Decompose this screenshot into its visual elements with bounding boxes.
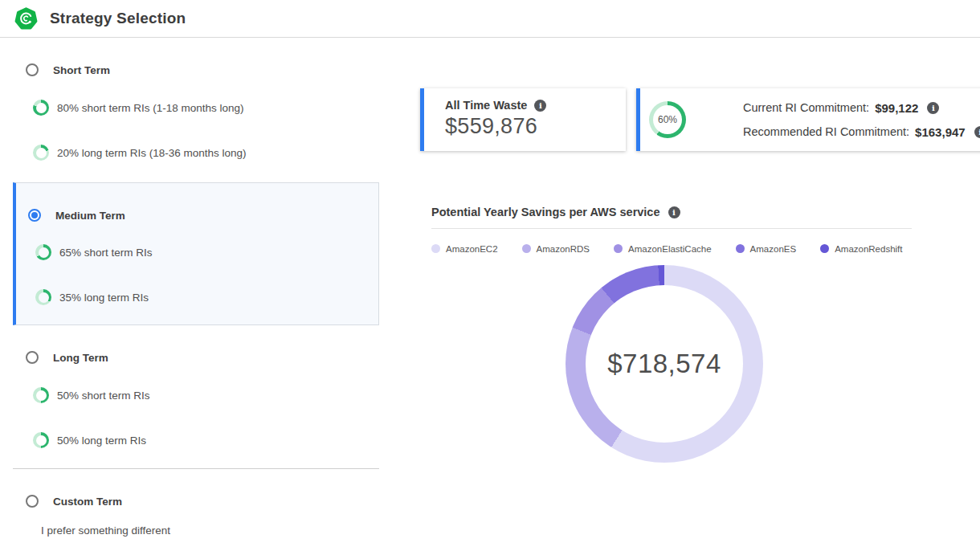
commitment-percent-label: 60% xyxy=(658,114,677,125)
percent-ring xyxy=(35,289,51,305)
percent-ring xyxy=(33,432,49,448)
strategy-option-medium-term-panel[interactable]: Medium Term 65% short term RIs 35% long … xyxy=(13,182,379,325)
current-commitment-value: $99,122 xyxy=(875,101,918,115)
detail-label: 35% long term RIs xyxy=(59,292,149,304)
detail-label: 50% short term RIs xyxy=(57,390,150,402)
chart-legend: AmazonEC2AmazonRDSAmazonElastiCacheAmazo… xyxy=(431,243,903,255)
strategy-label: Medium Term xyxy=(55,210,125,222)
legend-label: AmazonRedshift xyxy=(835,244,902,254)
legend-label: AmazonEC2 xyxy=(446,244,498,254)
strategy-option-medium-term[interactable]: Medium Term xyxy=(16,206,378,225)
legend-item[interactable]: AmazonRDS xyxy=(522,244,590,254)
donut-total-value: $718,574 xyxy=(607,349,721,379)
legend-item[interactable]: AmazonEC2 xyxy=(431,244,498,254)
commitment-percent-ring: 60% xyxy=(649,101,686,138)
legend-item[interactable]: AmazonES xyxy=(736,244,797,254)
percent-ring xyxy=(33,145,49,161)
current-commitment-label: Current RI Commitment: xyxy=(743,101,869,114)
section-divider xyxy=(13,468,379,469)
detail-label: 50% long term RIs xyxy=(57,435,146,447)
chart-divider xyxy=(431,228,912,229)
legend-label: AmazonRDS xyxy=(537,244,590,254)
current-commitment-row: Current RI Commitment: $99,122 xyxy=(743,96,980,120)
percent-ring xyxy=(35,244,51,260)
recommended-commitment-row: Recommended RI Commitment: $163,947 xyxy=(743,120,980,144)
legend-label: AmazonES xyxy=(750,244,797,254)
legend-dot-icon xyxy=(522,244,531,253)
info-icon[interactable] xyxy=(974,126,980,138)
ri-commitment-card: 60% Current RI Commitment: $99,122 Recom… xyxy=(636,88,980,151)
strategy-detail-row: I prefer something different xyxy=(13,520,379,540)
strategy-option-custom-term[interactable]: Custom Term xyxy=(13,492,379,511)
info-icon[interactable] xyxy=(927,102,939,114)
radio-long-term[interactable] xyxy=(26,351,39,364)
strategy-detail-row: 20% long term RIs (18-36 months long) xyxy=(13,143,379,162)
chart-title: Potential Yearly Savings per AWS service xyxy=(431,206,660,218)
recommended-commitment-label: Recommended RI Commitment: xyxy=(743,125,909,138)
waste-card-value: $559,876 xyxy=(445,114,626,139)
savings-donut-chart: $718,574 xyxy=(566,265,763,463)
page-header: Strategy Selection xyxy=(0,0,980,38)
page-title: Strategy Selection xyxy=(50,10,186,27)
detail-label: 65% short term RIs xyxy=(59,247,153,259)
strategy-detail-row: 35% long term RIs xyxy=(16,288,378,307)
all-time-waste-card: All Time Waste $559,876 xyxy=(420,88,626,151)
donut-hole: $718,574 xyxy=(586,285,743,443)
strategy-detail-row: 50% long term RIs xyxy=(13,431,379,450)
strategy-detail-row: 50% short term RIs xyxy=(13,386,379,405)
chart-header: Potential Yearly Savings per AWS service xyxy=(431,206,680,218)
info-icon[interactable] xyxy=(534,100,546,112)
legend-label: AmazonElastiCache xyxy=(628,244,712,254)
custom-term-description: I prefer something different xyxy=(41,524,170,537)
legend-dot-icon xyxy=(736,244,745,253)
legend-item[interactable]: AmazonRedshift xyxy=(820,244,902,254)
strategy-label: Long Term xyxy=(53,352,108,364)
detail-label: 80% short term RIs (1-18 months long) xyxy=(57,102,244,114)
radio-medium-term[interactable] xyxy=(28,209,41,222)
detail-label: 20% long term RIs (18-36 months long) xyxy=(57,147,247,159)
strategy-detail-row: 65% short term RIs xyxy=(16,243,378,262)
app-logo-icon xyxy=(14,7,38,31)
strategy-list: Short Term 80% short term RIs (1-18 mont… xyxy=(13,51,379,555)
percent-ring xyxy=(33,387,49,403)
strategy-option-short-term[interactable]: Short Term xyxy=(13,60,379,80)
legend-dot-icon xyxy=(614,244,623,253)
radio-short-term[interactable] xyxy=(26,63,39,76)
legend-dot-icon xyxy=(431,244,440,253)
recommended-commitment-value: $163,947 xyxy=(915,125,966,139)
strategy-detail-row: 80% short term RIs (1-18 months long) xyxy=(13,98,379,117)
strategy-label: Short Term xyxy=(53,64,110,76)
strategy-label: Custom Term xyxy=(53,496,122,508)
legend-dot-icon xyxy=(820,244,829,253)
info-icon[interactable] xyxy=(668,206,680,218)
strategy-option-long-term[interactable]: Long Term xyxy=(13,348,379,367)
radio-custom-term[interactable] xyxy=(26,495,39,508)
percent-ring xyxy=(33,100,49,116)
waste-card-label: All Time Waste xyxy=(445,99,527,112)
legend-item[interactable]: AmazonElastiCache xyxy=(614,244,712,254)
